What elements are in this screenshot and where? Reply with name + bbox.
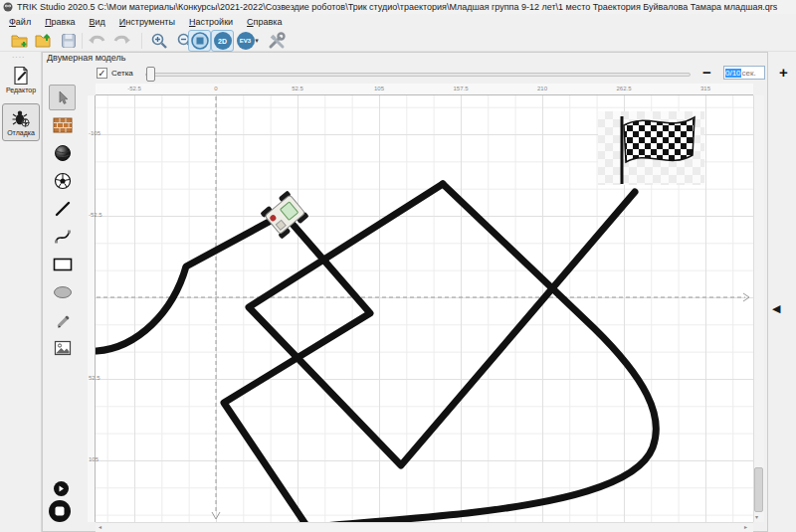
stop-square-icon [55, 506, 65, 516]
bezier-icon [54, 228, 72, 246]
tool-image-button[interactable] [49, 335, 76, 361]
debug-tab-label: Отладка [7, 129, 35, 136]
zoom-in-icon [150, 32, 168, 50]
ruler-left-label: -105 [89, 130, 100, 136]
line-icon [54, 200, 72, 218]
grid-checkbox[interactable]: ✓ [97, 68, 107, 79]
stop-icon [191, 32, 209, 50]
toolbar-separator-1 [82, 33, 83, 49]
toolbar-separator-2 [141, 33, 142, 49]
vertical-scrollbar[interactable] [753, 95, 764, 522]
tool-ellipse-button[interactable] [49, 279, 76, 305]
ruler-top-label: 157.5 [453, 86, 468, 91]
app-icon [3, 2, 13, 12]
time-unit: сек. [742, 69, 756, 78]
menu-help[interactable]: Справка [240, 15, 289, 29]
time-plus-button[interactable]: + [779, 64, 788, 81]
redo-icon [111, 33, 131, 49]
rectangle-icon [53, 258, 73, 271]
wall-icon [53, 117, 73, 133]
tool-ball-button[interactable] [49, 140, 76, 166]
app-window: TRIK Studio 2020.5 C:\Мои материалы\Конк… [0, 0, 796, 532]
redo-button[interactable] [109, 31, 133, 51]
panel-collapse-icon[interactable]: ◀ [772, 302, 780, 315]
soccer-ball-icon [54, 172, 72, 190]
menu-view[interactable]: Вид [83, 15, 112, 29]
menu-settings[interactable]: Настройки [182, 15, 240, 29]
zoom-in-button[interactable] [148, 31, 170, 51]
stop-simulation-round-button[interactable] [49, 500, 71, 522]
editor-tab-label: Редактор [6, 87, 36, 93]
open-project-icon [35, 33, 53, 49]
save-icon [61, 33, 77, 49]
window-title: TRIK Studio 2020.5 C:\Мои материалы\Конк… [17, 2, 777, 12]
finish-flag-image[interactable] [598, 111, 704, 185]
stop-simulation-button[interactable] [188, 30, 211, 52]
mode-2d-button[interactable]: 2D [211, 30, 234, 52]
ruler-left-label: 105 [89, 456, 99, 462]
settings-button[interactable] [266, 31, 288, 51]
vertical-scrollbar-thumb[interactable] [754, 467, 763, 512]
left-dock: ···· Редактор Отладка [0, 52, 42, 532]
flag-banner [624, 117, 695, 162]
editor-icon [11, 66, 31, 86]
grid-checkbox-label: Сетка [111, 69, 133, 78]
cursor-icon [55, 89, 71, 105]
tool-stylus-button[interactable] [49, 307, 76, 333]
new-project-icon [11, 33, 29, 49]
speed-slider-handle[interactable] [146, 67, 155, 82]
panel-title: Двумерная модель [47, 53, 126, 63]
undo-button[interactable] [86, 31, 109, 51]
settings-wrench-icon [268, 32, 286, 50]
ruler-left-label: -52.5 [89, 212, 102, 218]
horizontal-scrollbar[interactable] [96, 522, 753, 532]
tool-line-button[interactable] [49, 196, 76, 222]
ruler-top-label: 52.5 [292, 86, 303, 91]
ball-icon [54, 144, 72, 162]
stylus-icon [54, 311, 72, 329]
scroll-down-icon[interactable]: ▾ [755, 513, 758, 520]
tool-cursor-button[interactable] [49, 85, 76, 110]
ruler-top-label: 105 [374, 86, 384, 91]
play-icon [58, 485, 65, 492]
debug-bug-icon [11, 108, 31, 128]
title-bar: TRIK Studio 2020.5 C:\Мои материалы\Конк… [0, 0, 796, 14]
speed-slider-track[interactable] [145, 73, 691, 77]
ruler-top-label: -52.5 [127, 86, 141, 91]
new-project-button[interactable] [9, 31, 31, 51]
dock-handle[interactable]: ···· [12, 54, 25, 61]
time-value: 0/10 [725, 69, 741, 78]
menu-file[interactable]: Файл [2, 15, 38, 29]
ellipse-icon [53, 285, 73, 299]
time-minus-button[interactable]: − [702, 64, 711, 81]
trajectory-lines [97, 184, 656, 522]
ruler-top: -52.5 0 52.5 105 157.5 210 262.5 315 [96, 84, 753, 95]
open-project-button[interactable] [33, 31, 55, 51]
ruler-top-label: 210 [537, 86, 547, 91]
scroll-right-icon[interactable]: ▸ [744, 523, 747, 530]
run-simulation-button[interactable] [54, 481, 69, 496]
tool-soccer-ball-button[interactable] [49, 168, 76, 194]
save-button[interactable] [58, 31, 80, 51]
menu-tools[interactable]: Инструменты [112, 15, 182, 29]
tool-wall-button[interactable] [49, 112, 76, 138]
scene-drawing [96, 95, 753, 522]
trajectory-zigzag-path[interactable] [249, 184, 635, 465]
ruler-top-label: 262.5 [616, 86, 631, 91]
debug-tab-button[interactable]: Отладка [2, 103, 40, 141]
image-icon [54, 340, 72, 356]
menu-bar: Файл Правка Вид Инструменты Настройки Сп… [0, 14, 796, 30]
scroll-left-icon[interactable]: ◂ [99, 523, 101, 530]
editor-tab-button[interactable]: Редактор [2, 61, 40, 98]
ruler-top-label: 315 [700, 86, 710, 91]
tool-rectangle-button[interactable] [49, 252, 76, 277]
robot-kit-dropdown[interactable]: ▾ [252, 31, 262, 51]
ruler-top-label: 0 [214, 86, 217, 91]
undo-icon [88, 33, 107, 49]
mode-2d-label: 2D [214, 32, 232, 50]
menu-edit[interactable]: Правка [38, 15, 82, 29]
ruler-left-label: 52.5 [89, 375, 100, 381]
tool-bezier-button[interactable] [49, 224, 76, 250]
main-toolbar: 2D EV3 ▾ [0, 30, 796, 52]
time-limit-field[interactable]: 0/10 сек. [723, 66, 765, 80]
